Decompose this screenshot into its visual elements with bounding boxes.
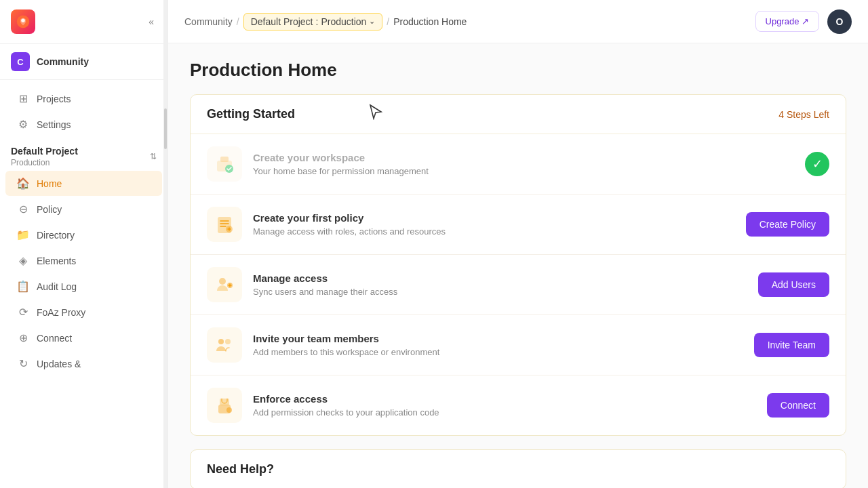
sidebar-item-label: Projects bbox=[37, 94, 71, 104]
workspace-item[interactable]: C Community bbox=[0, 44, 167, 80]
step-access-desc: Sync users and manage their access bbox=[253, 287, 747, 297]
check-circle: ✓ bbox=[805, 152, 829, 176]
chevron-down-icon: ⌄ bbox=[369, 17, 375, 26]
invite-team-button[interactable]: Invite Team bbox=[754, 333, 829, 357]
card-title: Getting Started bbox=[207, 107, 295, 121]
collapse-sidebar-button[interactable]: « bbox=[146, 14, 157, 30]
step-workspace: Create your workspace Your home base for… bbox=[191, 134, 846, 195]
svg-point-0 bbox=[21, 18, 25, 22]
step-policy-icon-wrap bbox=[207, 207, 242, 242]
step-enforce-content: Enforce access Add permission checks to … bbox=[253, 393, 756, 418]
sidebar-item-label: Elements bbox=[37, 256, 76, 266]
sidebar-item-home[interactable]: 🏠 Home bbox=[5, 171, 162, 196]
svg-point-9 bbox=[225, 339, 231, 344]
getting-started-card: Getting Started 4 Steps Left Create your… bbox=[190, 94, 846, 436]
step-access: Manage access Sync users and manage thei… bbox=[191, 255, 846, 315]
step-enforce-action: Connect bbox=[767, 393, 829, 418]
need-help-card: Need Help? bbox=[190, 449, 846, 488]
step-workspace-title: Create your workspace bbox=[253, 152, 794, 163]
project-name: Default Project bbox=[11, 146, 78, 157]
sidebar-item-label: Settings bbox=[37, 119, 71, 130]
step-enforce-title: Enforce access bbox=[253, 393, 756, 405]
sidebar: « C Community ⊞ Projects ⚙ Settings Defa… bbox=[0, 0, 168, 488]
step-policy: Create your first policy Manage access w… bbox=[191, 195, 846, 255]
step-access-content: Manage access Sync users and manage thei… bbox=[253, 272, 747, 297]
sidebar-item-directory[interactable]: 📁 Directory bbox=[5, 222, 162, 247]
step-policy-desc: Manage access with roles, actions and re… bbox=[253, 226, 735, 237]
sidebar-item-settings[interactable]: ⚙ Settings bbox=[5, 112, 162, 137]
step-policy-content: Create your first policy Manage access w… bbox=[253, 212, 735, 237]
create-policy-button[interactable]: Create Policy bbox=[746, 212, 829, 237]
main-content: Community / Default Project : Production… bbox=[168, 0, 868, 488]
breadcrumb-sep-2: / bbox=[387, 16, 389, 27]
sidebar-item-label: Home bbox=[37, 178, 62, 189]
step-workspace-content: Create your workspace Your home base for… bbox=[253, 152, 794, 176]
step-enforce-desc: Add permission checks to your applicatio… bbox=[253, 407, 756, 418]
step-workspace-action: ✓ bbox=[805, 152, 829, 176]
sidebar-item-projects[interactable]: ⊞ Projects bbox=[5, 86, 162, 111]
page-content: Production Home Getting Started 4 Steps … bbox=[168, 43, 868, 488]
steps-badge: 4 Steps Left bbox=[778, 109, 829, 120]
workspace-label: Community bbox=[37, 56, 89, 67]
svg-point-6 bbox=[219, 278, 226, 285]
sidebar-header: « bbox=[0, 0, 167, 44]
projects-icon: ⊞ bbox=[16, 92, 30, 105]
foaz-proxy-icon: ⟳ bbox=[16, 306, 30, 319]
audit-log-icon: 📋 bbox=[16, 280, 30, 293]
step-access-action: Add Users bbox=[758, 272, 829, 297]
step-team-icon-wrap bbox=[207, 327, 242, 363]
page-title: Production Home bbox=[190, 60, 846, 81]
project-toggle-button[interactable]: ⇅ bbox=[150, 152, 157, 161]
add-users-button[interactable]: Add Users bbox=[758, 272, 829, 297]
app-logo bbox=[11, 9, 35, 34]
svg-point-8 bbox=[218, 339, 224, 344]
step-team-desc: Add members to this workspace or environ… bbox=[253, 347, 743, 357]
settings-icon: ⚙ bbox=[16, 118, 30, 131]
policy-icon: ⊖ bbox=[16, 203, 30, 216]
step-enforce-icon-wrap bbox=[207, 388, 242, 423]
sidebar-item-label: Directory bbox=[37, 230, 75, 241]
step-team-content: Invite your team members Add members to … bbox=[253, 333, 743, 357]
svg-rect-2 bbox=[220, 157, 229, 162]
step-policy-title: Create your first policy bbox=[253, 212, 735, 224]
project-env: Production bbox=[11, 158, 78, 167]
sidebar-item-label: Updates & bbox=[37, 359, 81, 369]
connect-button[interactable]: Connect bbox=[767, 393, 829, 418]
svg-point-12 bbox=[226, 407, 232, 413]
avatar: O bbox=[827, 9, 852, 34]
breadcrumb: Community / Default Project : Production… bbox=[184, 13, 467, 30]
step-access-title: Manage access bbox=[253, 272, 747, 284]
sidebar-item-foaz-proxy[interactable]: ⟳ FoAz Proxy bbox=[5, 300, 162, 325]
need-help-title: Need Help? bbox=[207, 462, 274, 476]
upgrade-button[interactable]: Upgrade ↗ bbox=[755, 11, 819, 32]
sidebar-item-elements[interactable]: ◈ Elements bbox=[5, 248, 162, 273]
header: Community / Default Project : Production… bbox=[168, 0, 868, 43]
breadcrumb-project-env[interactable]: Default Project : Production ⌄ bbox=[243, 13, 383, 30]
breadcrumb-env: Production bbox=[321, 16, 366, 27]
sidebar-item-connect[interactable]: ⊕ Connect bbox=[5, 325, 162, 350]
project-section: Default Project Production ⇅ bbox=[0, 138, 167, 170]
svg-rect-10 bbox=[220, 399, 229, 405]
updates-icon: ↻ bbox=[16, 357, 30, 370]
step-team-action: Invite Team bbox=[754, 333, 829, 357]
sidebar-item-label: Audit Log bbox=[37, 281, 77, 292]
breadcrumb-community: Community bbox=[184, 16, 233, 27]
card-header: Getting Started 4 Steps Left bbox=[191, 95, 846, 134]
home-icon: 🏠 bbox=[16, 177, 30, 190]
sidebar-item-updates[interactable]: ↻ Updates & bbox=[5, 351, 162, 376]
step-workspace-desc: Your home base for permission management bbox=[253, 166, 794, 176]
step-workspace-icon-wrap bbox=[207, 146, 242, 182]
workspace-icon: C bbox=[11, 52, 30, 71]
directory-icon: 📁 bbox=[16, 228, 30, 241]
sidebar-item-audit-log[interactable]: 📋 Audit Log bbox=[5, 274, 162, 299]
elements-icon: ◈ bbox=[16, 254, 30, 267]
sidebar-nav: ⊞ Projects ⚙ Settings Default Project Pr… bbox=[0, 80, 167, 488]
sidebar-item-policy[interactable]: ⊖ Policy bbox=[5, 197, 162, 222]
connect-icon: ⊕ bbox=[16, 331, 30, 344]
step-access-icon-wrap bbox=[207, 267, 242, 302]
step-team: Invite your team members Add members to … bbox=[191, 315, 846, 375]
breadcrumb-current: Production Home bbox=[393, 16, 467, 27]
header-right: Upgrade ↗ O bbox=[755, 9, 852, 34]
step-team-title: Invite your team members bbox=[253, 333, 743, 344]
sidebar-item-label: FoAz Proxy bbox=[37, 307, 85, 318]
